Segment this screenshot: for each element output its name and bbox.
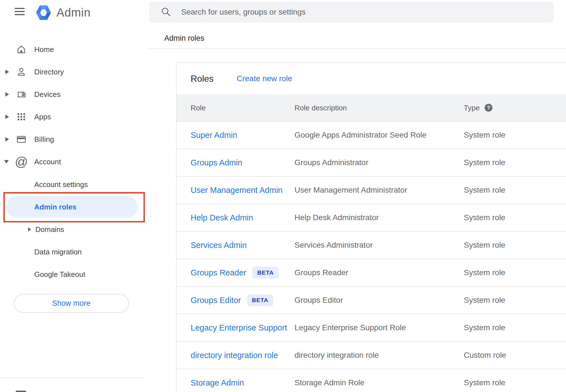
role-type: System role (464, 296, 505, 305)
chevron-down-icon[interactable] (4, 160, 9, 163)
role-link[interactable]: Groups Editor (191, 296, 241, 305)
sidebar-item-label: Devices (34, 90, 61, 99)
role-link[interactable]: directory integration role (191, 351, 278, 360)
role-type: System role (464, 241, 505, 250)
sidebar: Admin Home Directory (0, 0, 144, 392)
sidebar-item-directory[interactable]: Directory (0, 61, 144, 83)
role-description: Google Apps Administrator Seed Role (295, 131, 426, 140)
apps-grid-icon (16, 111, 27, 122)
role-link[interactable]: Super Admin (191, 131, 237, 140)
sidebar-item-label: Directory (34, 68, 64, 76)
person-icon (16, 67, 27, 77)
devices-icon (16, 89, 27, 100)
table-row[interactable]: Super Admin Google Apps Administrator Se… (177, 122, 566, 149)
sidebar-item-apps[interactable]: Apps (0, 106, 144, 128)
column-header-role: Role (191, 103, 206, 112)
role-description: Storage Admin Role (295, 378, 364, 387)
role-description: Legacy Enterprise Support Role (295, 323, 406, 332)
search-icon[interactable] (161, 6, 172, 18)
clipped-nav-icon (16, 391, 26, 392)
sidebar-subitem-label: Account settings (34, 180, 88, 189)
role-link[interactable]: Legacy Enterprise Support (191, 323, 287, 332)
role-description: User Management Administrator (295, 186, 407, 195)
role-link[interactable]: User Management Admin (191, 186, 282, 195)
sidebar-subitem-label: Domains (35, 225, 64, 234)
sidebar-divider (0, 377, 144, 378)
role-description: Help Desk Administrator (295, 213, 379, 222)
role-type: System role (464, 131, 505, 140)
home-icon (16, 44, 27, 55)
sidebar-item-label: Account (34, 158, 61, 166)
chevron-right-icon[interactable] (5, 70, 9, 74)
roles-panel-header: Roles Create new role (177, 63, 566, 94)
role-description: Groups Editor (295, 296, 343, 305)
chevron-right-icon[interactable] (5, 115, 9, 119)
show-more-button[interactable]: Show more (14, 294, 129, 313)
table-row[interactable]: directory integration role directory int… (177, 342, 566, 369)
column-header-description: Role description (295, 103, 347, 112)
sidebar-item-data-migration[interactable]: Data migration (0, 241, 144, 263)
role-type: System role (464, 186, 505, 195)
table-row[interactable]: Groups Editor BETA Groups Editor System … (177, 287, 566, 314)
role-type: System role (464, 378, 505, 387)
table-row[interactable]: Storage Admin Storage Admin Role System … (177, 369, 566, 392)
beta-badge: BETA (252, 267, 279, 279)
sidebar-item-label: Apps (34, 113, 51, 121)
chevron-right-icon[interactable] (28, 227, 31, 231)
sidebar-subitem-label: Data migration (34, 248, 82, 256)
beta-badge: BETA (247, 294, 273, 306)
table-row[interactable]: Legacy Enterprise Support Legacy Enterpr… (177, 314, 566, 342)
role-link[interactable]: Storage Admin (191, 378, 244, 388)
role-type: System role (464, 158, 505, 167)
table-row[interactable]: Services Admin Services Administrator Sy… (177, 232, 566, 259)
create-new-role-link[interactable]: Create new role (237, 74, 292, 83)
role-description: Services Administrator (295, 241, 373, 250)
sidebar-item-label: Home (34, 45, 54, 54)
sidebar-item-billing[interactable]: Billing (0, 128, 144, 151)
role-type: System role (464, 323, 505, 332)
table-row[interactable]: User Management Admin User Management Ad… (177, 177, 566, 204)
table-header-row: Role Role description Type ? (177, 94, 566, 122)
sidebar-item-account[interactable]: @ Account (0, 151, 144, 173)
sidebar-item-home[interactable]: Home (0, 38, 144, 61)
role-type: System role (464, 213, 505, 222)
role-link[interactable]: Groups Admin (191, 158, 242, 167)
role-link[interactable]: Services Admin (191, 241, 247, 250)
annotation-highlight-box (3, 192, 145, 222)
role-type: System role (464, 268, 505, 277)
sidebar-item-google-takeout[interactable]: Google Takeout (0, 263, 144, 286)
app-title: Admin (56, 0, 91, 25)
brand-bar: Admin (0, 0, 144, 25)
sidebar-item-label: Billing (34, 135, 54, 144)
chevron-right-icon[interactable] (5, 137, 9, 142)
role-description: Groups Reader (295, 268, 348, 277)
role-description: Groups Administrator (295, 158, 368, 167)
role-link[interactable]: Help Desk Admin (191, 213, 253, 222)
admin-logo-icon (36, 5, 51, 20)
roles-panel: Roles Create new role Role Role descript… (176, 62, 566, 392)
help-icon[interactable]: ? (485, 104, 492, 112)
panel-title: Roles (191, 74, 214, 84)
sidebar-item-devices[interactable]: Devices (0, 83, 144, 106)
role-description: directory integration role (295, 351, 379, 360)
credit-card-icon (16, 134, 27, 145)
table-row[interactable]: Groups Admin Groups Administrator System… (177, 149, 566, 177)
at-sign-icon: @ (16, 156, 27, 167)
column-header-type: Type (464, 103, 480, 112)
content-divider (148, 48, 566, 49)
role-type: Custom role (464, 351, 506, 360)
sidebar-subitem-label: Google Takeout (34, 270, 85, 279)
menu-icon[interactable] (15, 8, 25, 15)
breadcrumb: Admin roles (164, 34, 204, 43)
table-row[interactable]: Help Desk Admin Help Desk Administrator … (177, 204, 566, 232)
table-row[interactable]: Groups Reader BETA Groups Reader System … (177, 259, 566, 287)
role-link[interactable]: Groups Reader (191, 268, 246, 277)
search-input[interactable] (181, 2, 546, 22)
chevron-right-icon[interactable] (5, 92, 9, 97)
